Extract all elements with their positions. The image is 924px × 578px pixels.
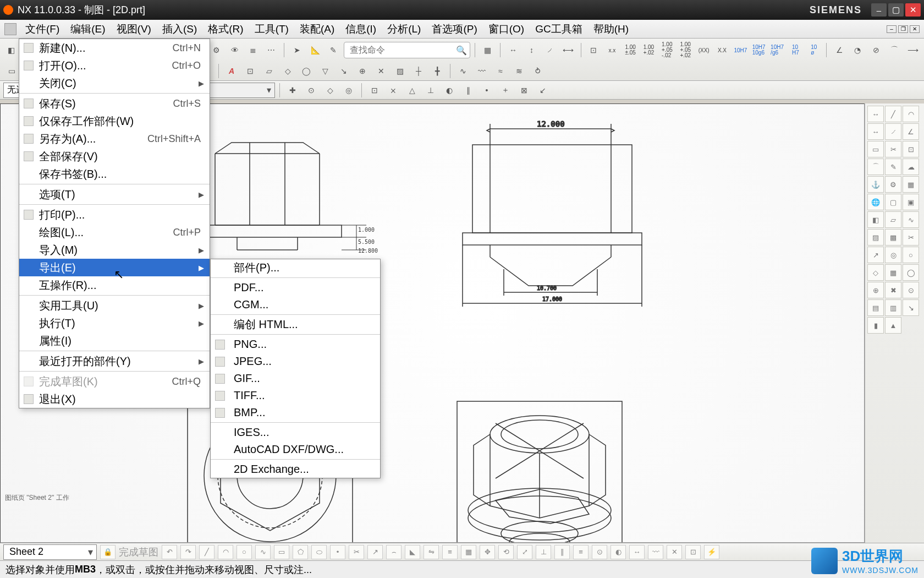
menu-info[interactable]: 信息(I) xyxy=(340,20,382,39)
id-sym-icon[interactable]: ◇ xyxy=(279,63,296,79)
app-menu-icon[interactable] xyxy=(4,23,16,35)
rt-dim-icon[interactable]: ↔ xyxy=(867,106,884,122)
snap-plus-icon[interactable]: ＋ xyxy=(497,82,514,99)
filter-icon[interactable]: ⚙ xyxy=(208,42,224,58)
sheet-selector-combo[interactable]: Sheet 2 xyxy=(3,544,97,560)
rt-det-icon[interactable]: ◎ xyxy=(885,247,901,263)
sheet-icon[interactable]: ▭ xyxy=(3,63,20,79)
rt-snap-icon[interactable]: ⊕ xyxy=(867,282,884,298)
b-spline-icon[interactable]: ∿ xyxy=(255,545,271,559)
export-menu-item-5[interactable]: 编创 HTML... xyxy=(211,316,380,333)
rt-arrow-icon[interactable]: ▲ xyxy=(885,317,901,334)
file-menu-item-16[interactable]: 互操作(R)... xyxy=(19,276,210,294)
rt-arc2-icon[interactable]: ⌒ xyxy=(867,159,884,175)
rt-edge-icon[interactable]: ⟋ xyxy=(885,123,901,140)
b-constr4-icon[interactable]: ⊙ xyxy=(592,545,607,559)
b-pt-icon[interactable]: • xyxy=(330,545,345,559)
tol-ref-icon[interactable]: (XX) xyxy=(696,42,712,58)
b-offset-icon[interactable]: ≡ xyxy=(442,545,458,559)
b-scale-icon[interactable]: ⤢ xyxy=(517,545,532,559)
mdi-restore-button[interactable]: ❐ xyxy=(898,25,908,33)
b-fillet-icon[interactable]: ⌢ xyxy=(386,545,402,559)
rt-inst-icon[interactable]: ▦ xyxy=(903,176,919,193)
menu-tools[interactable]: 工具(T) xyxy=(249,20,294,39)
hatch-icon[interactable]: ▨ xyxy=(392,63,408,79)
rt-col-icon[interactable]: ▮ xyxy=(867,317,884,334)
fit-dia-icon[interactable]: 10 ø xyxy=(806,42,822,58)
rt-ord-icon[interactable]: ⊙ xyxy=(903,282,919,298)
mdi-close-button[interactable]: ✕ xyxy=(910,25,920,33)
command-search[interactable]: 🔍 xyxy=(344,42,470,58)
pointer-icon[interactable]: ➤ xyxy=(289,42,305,58)
centerpt-icon[interactable]: ╋ xyxy=(429,63,446,79)
b-undo-icon[interactable]: ↶ xyxy=(162,545,177,559)
snap-par-icon[interactable]: ∥ xyxy=(460,82,476,99)
rt-ext-icon[interactable]: ↗ xyxy=(867,247,884,263)
menu-analysis[interactable]: 分析(L) xyxy=(382,20,426,39)
menu-edit[interactable]: 编辑(E) xyxy=(65,20,111,39)
intersect-icon[interactable]: ✕ xyxy=(373,63,389,79)
b-rapid-icon[interactable]: ⚡ xyxy=(704,545,719,559)
rt-globe-icon[interactable]: 🌐 xyxy=(867,194,884,210)
tol-plus-icon[interactable]: 1.00 +.02 xyxy=(641,42,657,58)
rt-tab2-icon[interactable]: ▥ xyxy=(885,299,901,316)
rot-icon[interactable]: ⥁ xyxy=(530,63,546,79)
b-dim-icon[interactable]: ↔ xyxy=(629,545,645,559)
command-search-input[interactable] xyxy=(344,42,470,58)
menu-view[interactable]: 视图(V) xyxy=(111,20,157,39)
file-menu-item-7[interactable]: 全部保存(V) xyxy=(19,148,210,165)
file-menu-item-5[interactable]: 仅保存工作部件(W) xyxy=(19,112,210,130)
menu-help[interactable]: 帮助(H) xyxy=(588,20,634,39)
rt-curve-icon[interactable]: ∿ xyxy=(903,211,919,228)
file-menu-item-25[interactable]: 退出(X) xyxy=(19,390,210,408)
rt-exp-icon[interactable]: ↘ xyxy=(903,299,919,316)
start-icon[interactable]: ◧ xyxy=(3,42,19,58)
fit-h7-icon[interactable]: 10H7 xyxy=(733,42,749,58)
curve4-icon[interactable]: ≋ xyxy=(511,63,527,79)
file-menu-item-1[interactable]: 打开(O)...Ctrl+O xyxy=(19,57,210,74)
rt-anchor-icon[interactable]: ⚓ xyxy=(867,176,884,193)
snap-more-icon[interactable]: ↙ xyxy=(535,82,551,99)
rt-note-icon[interactable]: ✎ xyxy=(885,159,901,175)
ruler-icon[interactable]: 📐 xyxy=(307,42,323,58)
b-ellipse-icon[interactable]: ⬭ xyxy=(311,545,327,559)
file-menu-item-4[interactable]: 保存(S)Ctrl+S xyxy=(19,95,210,112)
rt-circ-icon[interactable]: ◯ xyxy=(903,264,919,281)
snap-quad-icon[interactable]: ⊡ xyxy=(366,82,383,99)
rt-hatch-icon[interactable]: ▩ xyxy=(885,229,901,246)
b-chamfer-icon[interactable]: ◣ xyxy=(405,545,420,559)
ordinate-icon[interactable]: ⊡ xyxy=(586,42,602,58)
curve-icon[interactable]: ∿ xyxy=(455,63,471,79)
maximize-button[interactable]: ▢ xyxy=(888,3,904,17)
snap-mid-icon[interactable]: ⊙ xyxy=(303,82,320,99)
file-menu-item-0[interactable]: 新建(N)...Ctrl+N xyxy=(19,39,210,57)
menu-format[interactable]: 格式(R) xyxy=(202,20,249,39)
b-constr3-icon[interactable]: ≡ xyxy=(573,545,588,559)
file-menu-item-15[interactable]: 导出(E)▶ xyxy=(19,259,210,276)
rt-view-icon[interactable]: ▢ xyxy=(885,194,901,210)
balloon-icon[interactable]: ◯ xyxy=(298,63,315,79)
menu-window[interactable]: 窗口(O) xyxy=(483,20,530,39)
dim-arc-icon[interactable]: ⌒ xyxy=(887,42,903,58)
export-menu-item-7[interactable]: PNG... xyxy=(211,336,380,353)
tol-sym-icon[interactable]: 1.00 ±.05 xyxy=(623,42,639,58)
rt-proj-icon[interactable]: ▣ xyxy=(903,194,919,210)
fit-h7g6-icon[interactable]: 10H7 10g6 xyxy=(751,42,767,58)
dim-vert-icon[interactable]: ↕ xyxy=(524,42,540,58)
close-button[interactable]: ✕ xyxy=(905,3,921,17)
rt-iso-icon[interactable]: ◧ xyxy=(867,211,884,228)
fit-stack-icon[interactable]: 10 H7 xyxy=(788,42,804,58)
b-mirror-icon[interactable]: ⇋ xyxy=(424,545,439,559)
rt-tool-icon[interactable]: ⚙ xyxy=(885,176,901,193)
b-line-icon[interactable]: ╱ xyxy=(199,545,215,559)
datum-icon[interactable]: ▱ xyxy=(261,63,277,79)
layer-icon[interactable]: ≣ xyxy=(245,42,261,58)
b-constr5-icon[interactable]: ◐ xyxy=(610,545,626,559)
search-icon[interactable]: 🔍 xyxy=(456,45,467,56)
file-menu-item-20[interactable]: 属性(I) xyxy=(19,332,210,350)
snap-end-icon[interactable]: ◇ xyxy=(322,82,338,99)
export-menu-item-3[interactable]: CGM... xyxy=(211,296,380,313)
snap-pt-icon[interactable]: ✚ xyxy=(284,82,301,99)
export-menu-item-13[interactable]: IGES... xyxy=(211,424,380,441)
rt-cloud-icon[interactable]: ☁ xyxy=(903,159,919,175)
